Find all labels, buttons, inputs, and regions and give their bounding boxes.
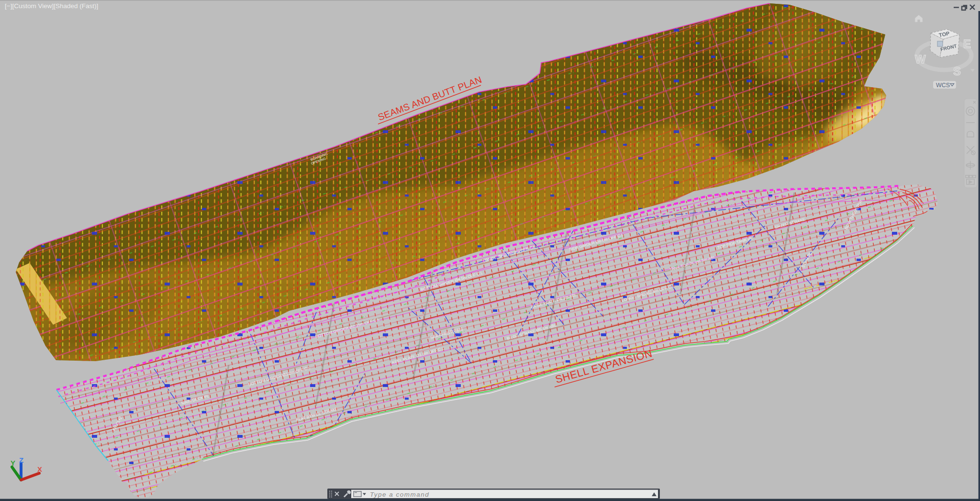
svg-text:E: E <box>963 37 971 50</box>
svg-text:Type a command: Type a command <box>370 491 429 498</box>
svg-text:WCS: WCS <box>936 82 950 89</box>
svg-text:[−][Custom View][Shaded (Fast): [−][Custom View][Shaded (Fast)] <box>5 2 98 10</box>
svg-text:X: X <box>37 465 42 473</box>
svg-text:Z: Z <box>19 456 23 464</box>
svg-text:Y: Y <box>11 459 15 467</box>
svg-text:W: W <box>915 53 926 66</box>
svg-text:S: S <box>953 65 961 78</box>
